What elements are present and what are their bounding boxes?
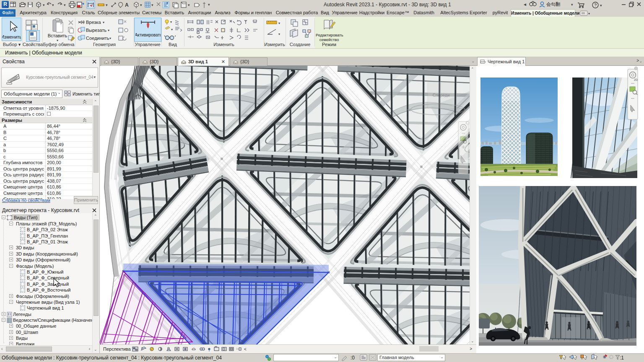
svg-text:▾: ▾ bbox=[57, 39, 58, 42]
svg-text:▾: ▾ bbox=[52, 3, 54, 7]
svg-text:▾: ▾ bbox=[278, 32, 280, 36]
svg-text:Спереди: Спереди bbox=[433, 93, 450, 98]
svg-text:▾: ▾ bbox=[208, 3, 210, 7]
svg-text:▾: ▾ bbox=[109, 36, 111, 40]
svg-text:▾: ▾ bbox=[171, 28, 173, 31]
svg-text:▾: ▾ bbox=[64, 3, 66, 7]
svg-text:Вставить: Вставить bbox=[48, 33, 68, 38]
svg-text:▾: ▾ bbox=[43, 3, 45, 7]
svg-text:▾: ▾ bbox=[600, 3, 602, 8]
svg-text:▾: ▾ bbox=[278, 21, 280, 25]
svg-text:▾: ▾ bbox=[140, 3, 142, 7]
svg-text:Активировать: Активировать bbox=[135, 33, 161, 37]
svg-text:▾: ▾ bbox=[151, 3, 153, 7]
svg-text:会勾翻: 会勾翻 bbox=[546, 2, 560, 7]
svg-text:▾: ▾ bbox=[106, 3, 108, 7]
svg-text:▾: ▾ bbox=[103, 21, 104, 24]
svg-text:▾: ▾ bbox=[188, 3, 190, 7]
svg-text:A: A bbox=[125, 2, 129, 8]
svg-text:◄: ◄ bbox=[523, 2, 527, 7]
svg-text:▾: ▾ bbox=[170, 20, 172, 24]
svg-text:Врезка: Врезка bbox=[86, 20, 101, 25]
svg-text:▾: ▾ bbox=[108, 28, 109, 32]
svg-text:Изменить: Изменить bbox=[2, 34, 21, 39]
svg-text:Вырезать: Вырезать bbox=[86, 28, 106, 33]
svg-text:▾: ▾ bbox=[588, 12, 590, 16]
svg-text:Соединить: Соединить bbox=[86, 36, 109, 41]
svg-text:2D: 2D bbox=[634, 78, 638, 81]
svg-text:<: < bbox=[244, 347, 247, 352]
